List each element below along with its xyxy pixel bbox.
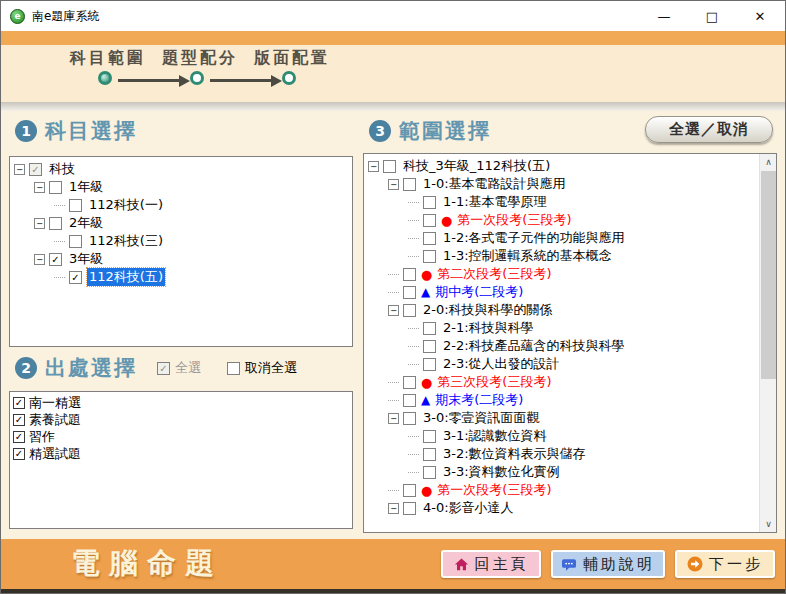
checkbox[interactable] [69,199,82,212]
tree-row[interactable]: 1-2:各式電子元件的功能與應用 [364,229,759,247]
tree-label[interactable]: 112科技(五) [87,268,165,286]
tree-row[interactable]: 1-1:基本電學原理 [364,193,759,211]
maximize-button[interactable]: □ [703,9,721,24]
deselect-all-option[interactable]: 取消全選 [227,359,297,377]
tree-row[interactable]: ●第一次段考(三段考) [364,211,759,229]
tree-row[interactable]: −4-0:影音小達人 [364,499,759,517]
tree-row[interactable]: 3-3:資料數位化實例 [364,463,759,481]
checkbox[interactable] [403,286,416,299]
checkbox[interactable] [403,178,416,191]
tree-row[interactable]: 3-2:數位資料表示與儲存 [364,445,759,463]
close-button[interactable]: ✕ [751,9,769,24]
checkbox[interactable] [403,376,416,389]
tree-label[interactable]: 1-0:基本電路設計與應用 [421,175,568,193]
minus-expander-icon[interactable]: − [388,179,399,190]
tree-row[interactable]: 3-1:認識數位資料 [364,427,759,445]
tree-row[interactable]: −2年級 [10,214,352,232]
tree-row[interactable]: −2-0:科技與科學的關係 [364,301,759,319]
tree-row[interactable]: ●第一次段考(三段考) [364,481,759,499]
checkbox[interactable]: ✓ [13,414,25,426]
checkbox[interactable] [423,196,436,209]
minus-expander-icon[interactable]: − [34,218,45,229]
select-all-option[interactable]: ✓ 全選 [157,359,201,377]
tree-row[interactable]: 112科技(一) [10,196,352,214]
checkbox[interactable] [423,250,436,263]
checkbox[interactable] [423,340,436,353]
checkbox[interactable]: ✓ [13,431,25,443]
checkbox[interactable] [383,160,396,173]
checkbox[interactable] [403,412,416,425]
checkbox[interactable]: ✓ [49,253,62,266]
tree-label[interactable]: 第三次段考(三段考) [435,373,553,391]
checkbox[interactable]: ✓ [69,271,82,284]
checkbox[interactable] [49,217,62,230]
source-list-item[interactable]: ✓習作 [10,428,352,445]
source-list-item[interactable]: ✓精選試題 [10,445,352,462]
scrollbar-thumb[interactable] [761,171,776,379]
tree-label[interactable]: 2-2:科技產品蘊含的科技與科學 [441,337,627,355]
select-toggle-button[interactable]: 全選／取消 [645,116,773,143]
tree-label[interactable]: 2年級 [67,214,105,232]
scrollbar[interactable]: ∧ ∨ [759,154,776,532]
tree-label[interactable]: 3-1:認識數位資料 [441,427,549,445]
tree-label[interactable]: 2-1:科技與科學 [441,319,536,337]
source-list-item[interactable]: ✓素養試題 [10,411,352,428]
tree-row[interactable]: −✓科技 [10,160,352,178]
minus-expander-icon[interactable]: − [388,503,399,514]
help-button[interactable]: 輔助說明 [551,550,665,578]
tree-label[interactable]: 第一次段考(三段考) [435,481,553,499]
tree-label[interactable]: 科技_3年級_112科技(五) [401,157,552,175]
checkbox[interactable] [423,466,436,479]
minus-expander-icon[interactable]: − [388,413,399,424]
checkbox[interactable]: ✓ [13,448,25,460]
tree-label[interactable]: 3-0:零壹資訊面面觀 [421,409,542,427]
tree-row[interactable]: −科技_3年級_112科技(五) [364,157,759,175]
tree-row[interactable]: −✓3年級 [10,250,352,268]
checkbox[interactable] [403,484,416,497]
tree-row[interactable]: −3-0:零壹資訊面面觀 [364,409,759,427]
minus-expander-icon[interactable]: − [388,305,399,316]
checkbox[interactable] [423,448,436,461]
checkbox[interactable] [423,232,436,245]
tree-label[interactable]: 3年級 [67,250,105,268]
tree-label[interactable]: 1年級 [67,178,105,196]
minimize-button[interactable]: — [655,9,673,24]
tree-label[interactable]: 112科技(一) [87,196,165,214]
tree-label[interactable]: 期末考(二段考) [433,391,525,409]
step-circle[interactable] [190,71,204,85]
tree-row[interactable]: ●第二次段考(三段考) [364,265,759,283]
checkbox[interactable] [423,358,436,371]
tree-label[interactable]: 第一次段考(三段考) [455,211,573,229]
tree-row[interactable]: 2-2:科技產品蘊含的科技與科學 [364,337,759,355]
tree-row[interactable]: −1-0:基本電路設計與應用 [364,175,759,193]
checkbox[interactable] [423,322,436,335]
tree-row[interactable]: ▲期末考(二段考) [364,391,759,409]
tree-row[interactable]: 2-1:科技與科學 [364,319,759,337]
minus-expander-icon[interactable]: − [34,182,45,193]
tree-label[interactable]: 期中考(二段考) [433,283,525,301]
scroll-up-icon[interactable]: ∧ [760,154,777,170]
tree-row[interactable]: ✓112科技(五) [10,268,352,286]
tree-row[interactable]: 1-3:控制邏輯系統的基本概念 [364,247,759,265]
checkbox[interactable] [403,304,416,317]
checkbox[interactable] [423,430,436,443]
scroll-down-icon[interactable]: ∨ [760,516,777,532]
tree-label[interactable]: 1-1:基本電學原理 [441,193,549,211]
tree-label[interactable]: 1-2:各式電子元件的功能與應用 [441,229,627,247]
checkbox[interactable] [403,268,416,281]
checkbox[interactable]: ✓ [29,163,42,176]
tree-label[interactable]: 112科技(三) [87,232,165,250]
minus-expander-icon[interactable]: − [368,161,379,172]
tree-label[interactable]: 2-3:從人出發的設計 [441,355,562,373]
tree-label[interactable]: 1-3:控制邏輯系統的基本概念 [441,247,614,265]
tree-label[interactable]: 2-0:科技與科學的關係 [421,301,555,319]
checkbox[interactable] [403,394,416,407]
checkbox[interactable]: ✓ [13,397,25,409]
deselect-all-checkbox[interactable] [227,362,240,375]
tree-label[interactable]: 3-3:資料數位化實例 [441,463,562,481]
select-all-checkbox[interactable]: ✓ [157,362,170,375]
tree-label[interactable]: 第二次段考(三段考) [435,265,553,283]
next-step-button[interactable]: 下一步 [675,550,775,578]
tree-row[interactable]: −1年級 [10,178,352,196]
minus-expander-icon[interactable]: − [14,164,25,175]
